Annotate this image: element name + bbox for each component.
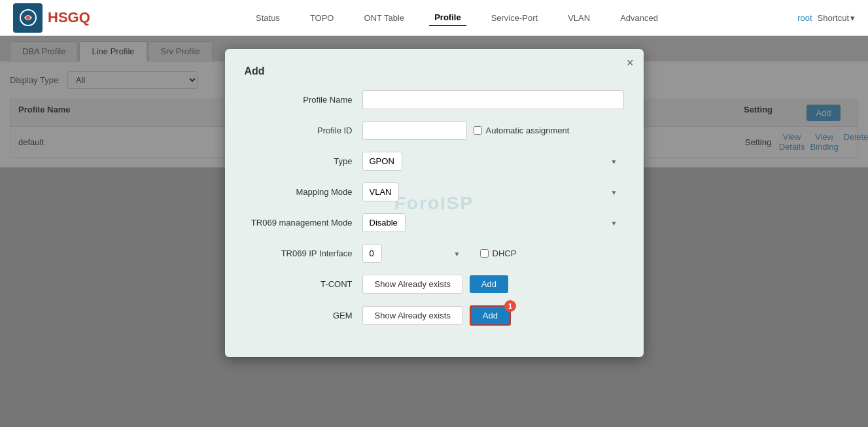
profile-name-input[interactable]	[362, 90, 624, 109]
tcont-row: T-CONT Show Already exists Add	[245, 275, 624, 294]
auto-assignment-checkbox[interactable]	[474, 126, 482, 135]
nav-vlan[interactable]: VLAN	[563, 10, 595, 26]
gem-label: GEM	[245, 311, 362, 320]
tr069-ip-select-wrapper: 0	[362, 244, 467, 263]
nav-ont-table[interactable]: ONT Table	[358, 10, 409, 26]
nav-profile[interactable]: Profile	[429, 10, 466, 26]
tr069-ip-select[interactable]: 0	[362, 244, 382, 263]
nav-right: root Shortcut ▾	[797, 13, 855, 23]
gem-add-btn-wrapper: Add 1	[463, 305, 511, 326]
top-nav: HSGQ Status TOPO ONT Table Profile Servi…	[0, 0, 868, 36]
nav-topo[interactable]: TOPO	[305, 10, 339, 26]
nav-shortcut[interactable]: Shortcut ▾	[818, 13, 855, 23]
gem-show-button[interactable]: Show Already exists	[362, 306, 463, 325]
logo: HSGQ	[13, 3, 90, 33]
mapping-mode-label: Mapping Mode	[245, 187, 362, 197]
profile-id-input[interactable]	[362, 121, 467, 140]
nav-links: Status TOPO ONT Table Profile Service-Po…	[116, 10, 797, 26]
modal-close-button[interactable]: ×	[627, 57, 634, 69]
modal-title: Add	[245, 65, 624, 77]
dhcp-checkbox[interactable]	[480, 249, 489, 258]
modal-dialog: Add × ForoISP Profile Name Profile ID Au…	[225, 49, 644, 357]
mapping-mode-select[interactable]: VLAN	[362, 182, 399, 201]
gem-badge: 1	[504, 300, 516, 312]
tcont-add-button[interactable]: Add	[470, 275, 508, 293]
tr069-ip-label: TR069 IP Interface	[245, 248, 362, 258]
nav-service-port[interactable]: Service-Port	[486, 10, 544, 26]
nav-status[interactable]: Status	[251, 10, 285, 26]
profile-name-label: Profile Name	[245, 95, 362, 105]
nav-advanced[interactable]: Advanced	[615, 10, 663, 26]
gem-row: GEM Show Already exists Add 1	[245, 305, 624, 326]
logo-text: HSGQ	[48, 9, 90, 26]
svg-point-1	[26, 16, 30, 20]
tr069-mode-label: TR069 management Mode	[245, 218, 362, 228]
tcont-label: T-CONT	[245, 279, 362, 289]
type-select[interactable]: GPON	[362, 152, 402, 171]
dhcp-label: DHCP	[480, 248, 517, 258]
tr069-mode-select[interactable]: Disable	[362, 213, 406, 232]
auto-assignment-label: Automatic assignment	[474, 126, 570, 135]
profile-id-row: Profile ID Automatic assignment	[245, 121, 624, 140]
logo-icon	[13, 3, 43, 33]
tr069-mode-select-wrapper: Disable	[362, 213, 624, 232]
main-area: DBA Profile Line Profile Srv Profile Dis…	[0, 36, 868, 427]
profile-id-label: Profile ID	[245, 126, 362, 135]
tr069-mode-row: TR069 management Mode Disable	[245, 213, 624, 232]
mapping-mode-select-wrapper: VLAN	[362, 182, 624, 201]
type-row: Type GPON	[245, 152, 624, 171]
type-select-wrapper: GPON	[362, 152, 624, 171]
modal-overlay: Add × ForoISP Profile Name Profile ID Au…	[0, 36, 868, 427]
tcont-show-button[interactable]: Show Already exists	[362, 275, 463, 294]
tr069-ip-row: TR069 IP Interface 0 DHCP	[245, 244, 624, 263]
profile-name-row: Profile Name	[245, 90, 624, 109]
chevron-down-icon: ▾	[850, 13, 855, 23]
nav-user[interactable]: root	[797, 13, 812, 23]
mapping-mode-row: Mapping Mode VLAN	[245, 182, 624, 201]
type-label: Type	[245, 156, 362, 166]
